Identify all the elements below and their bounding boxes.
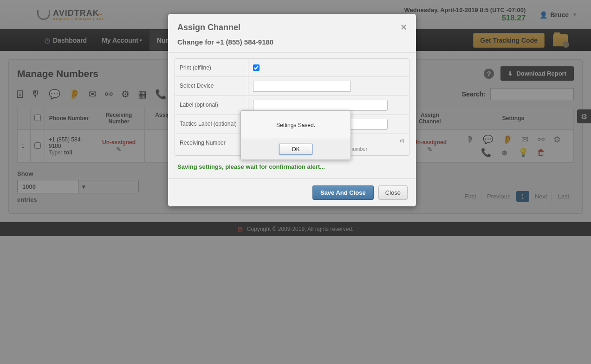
save-and-close-button[interactable]: Save And Close xyxy=(312,185,374,200)
confirm-message: Settings Saved. xyxy=(241,111,351,139)
close-button[interactable]: Close xyxy=(378,185,408,200)
ok-button[interactable]: OK xyxy=(279,144,312,155)
label-receiving: Receiving Number xyxy=(175,134,248,155)
device-input[interactable] xyxy=(253,81,351,92)
modal-title: Assign Channel xyxy=(177,23,240,32)
confirm-dialog: Settings Saved. OK xyxy=(240,110,351,160)
label-label: Label (optional) xyxy=(175,96,248,115)
print-offline-checkbox[interactable] xyxy=(253,64,260,71)
modal-subtitle: Change for +1 (855) 584-9180 xyxy=(168,38,416,53)
label-device: Select Device xyxy=(175,77,248,96)
label-tactics: Tactics Label (optional) xyxy=(175,115,248,134)
label-input[interactable] xyxy=(253,100,388,111)
saving-message: Saving settings, please wait for confirm… xyxy=(168,160,416,179)
label-print: Print (offline) xyxy=(175,59,248,77)
modal-close-icon[interactable]: × xyxy=(401,21,407,33)
